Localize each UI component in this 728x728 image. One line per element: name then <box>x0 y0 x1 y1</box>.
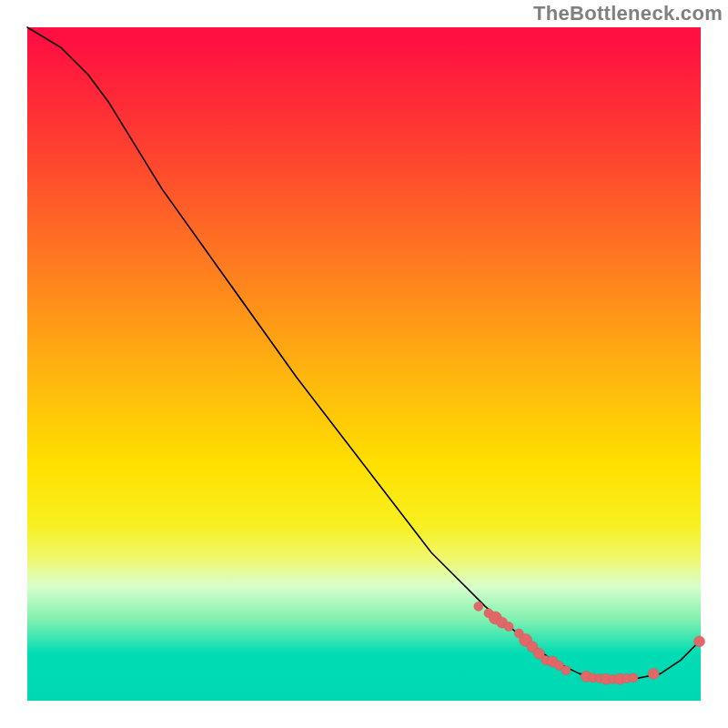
curve-group <box>27 27 701 679</box>
data-point <box>694 636 705 647</box>
bottleneck-curve <box>27 27 701 679</box>
chart-container: TheBottleneck.com <box>0 0 728 728</box>
data-points-group <box>474 602 705 684</box>
watermark-text: TheBottleneck.com <box>533 2 723 25</box>
data-point <box>504 622 513 632</box>
data-point <box>561 666 571 675</box>
data-point <box>474 602 483 611</box>
data-point <box>629 673 638 682</box>
chart-svg <box>27 27 701 701</box>
data-point <box>648 668 659 679</box>
